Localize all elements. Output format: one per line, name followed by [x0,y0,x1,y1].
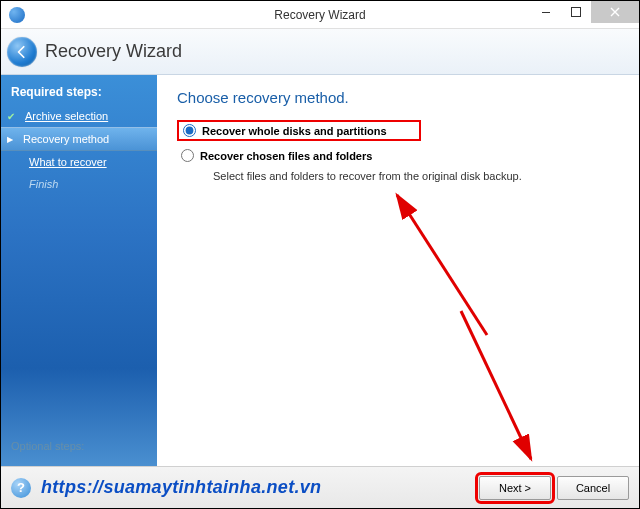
sidebar-item-label: Recovery method [23,133,109,145]
svg-line-0 [397,195,487,335]
sidebar-optional-heading: Optional steps: [1,434,94,458]
option-recover-whole-disks[interactable]: Recover whole disks and partitions [177,120,421,141]
sidebar-item-archive-selection[interactable]: Archive selection [1,105,157,127]
main-content: Choose recovery method. Recover whole di… [157,75,639,466]
back-button[interactable] [7,37,37,67]
option-description: Select files and folders to recover from… [213,170,619,182]
next-button[interactable]: Next > [479,476,551,500]
minimize-button[interactable] [531,1,561,23]
page-title: Recovery Wizard [45,41,182,62]
radio-whole-disks[interactable] [183,124,196,137]
button-label: Next > [499,482,531,494]
sidebar-item-finish: Finish [1,173,157,195]
sidebar-item-what-to-recover[interactable]: What to recover [1,151,157,173]
main-heading: Choose recovery method. [177,89,619,106]
option-label: Recover whole disks and partitions [202,125,387,137]
sidebar-item-recovery-method[interactable]: Recovery method [1,127,157,151]
sidebar: Required steps: Archive selection Recove… [1,75,157,466]
sidebar-heading: Required steps: [1,81,157,105]
watermark-url: https://suamaytinhtainha.net.vn [41,477,321,498]
maximize-button[interactable] [561,1,591,23]
window-controls [531,1,639,23]
option-label: Recover chosen files and folders [200,150,372,162]
titlebar: Recovery Wizard [1,1,639,29]
footer-bar: ? https://suamaytinhtainha.net.vn Next >… [1,466,639,508]
close-button[interactable] [591,1,639,23]
sidebar-item-label: Finish [29,178,58,190]
help-icon[interactable]: ? [11,478,31,498]
header-banner: Recovery Wizard [1,29,639,75]
sidebar-item-label[interactable]: Archive selection [25,110,108,122]
app-icon [9,7,25,23]
sidebar-item-label[interactable]: What to recover [29,156,107,168]
option-recover-files[interactable]: Recover chosen files and folders [177,147,619,164]
window-title: Recovery Wizard [274,8,365,22]
cancel-button[interactable]: Cancel [557,476,629,500]
radio-chosen-files[interactable] [181,149,194,162]
button-label: Cancel [576,482,610,494]
